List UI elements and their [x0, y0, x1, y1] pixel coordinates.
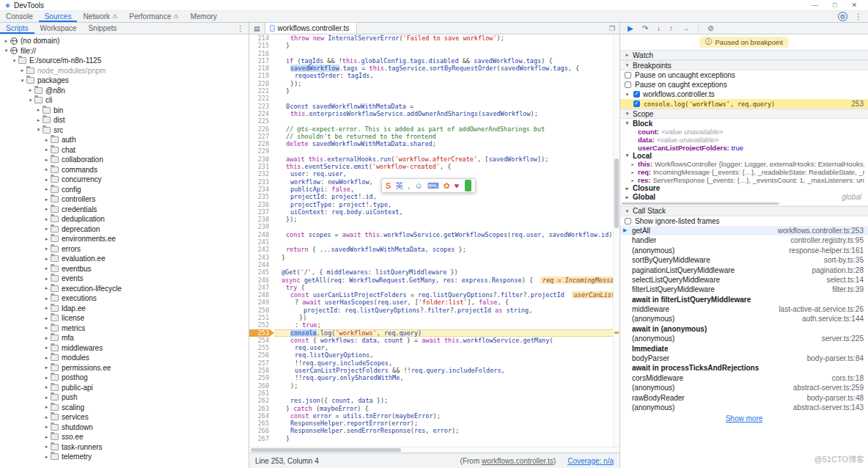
code-text[interactable]: [274, 390, 613, 397]
code-text[interactable]: // shouldn't be returned to the frontend: [274, 133, 613, 140]
line-number[interactable]: 267: [249, 435, 274, 442]
code-text[interactable]: [274, 147, 613, 155]
stack-frame[interactable]: (anonymous)abstract-server.ts:259: [620, 383, 868, 392]
chevron-right-icon[interactable]: ▸: [43, 226, 50, 232]
chevron-down-icon[interactable]: ▾: [35, 127, 42, 133]
tree-item[interactable]: ▸(no domain): [0, 36, 249, 46]
tree-item[interactable]: ▸collaboration: [0, 155, 249, 165]
line-number[interactable]: 240: [249, 231, 274, 238]
ime-expand-tab[interactable]: [465, 180, 471, 191]
tree-item[interactable]: ▾cli: [0, 95, 249, 106]
code-text[interactable]: // @ts-expect-error. This is added as pa…: [274, 125, 613, 133]
line-number[interactable]: 229: [249, 147, 274, 155]
step-button[interactable]: →: [682, 24, 689, 32]
tree-item[interactable]: ▸metrics: [0, 323, 249, 334]
tree-item[interactable]: ▸task-runners: [0, 442, 249, 453]
line-number[interactable]: 235: [249, 193, 274, 200]
tree-item[interactable]: ▸dist: [0, 115, 249, 125]
stack-frame[interactable]: (anonymous)server.ts:225: [620, 334, 868, 343]
tree-item[interactable]: ▾packages: [0, 76, 249, 86]
line-number[interactable]: 263: [249, 405, 274, 412]
scope-section-header[interactable]: ▾ Scope: [620, 109, 868, 119]
line-number[interactable]: 237: [249, 208, 274, 216]
tree-item[interactable]: ▸modules: [0, 353, 249, 363]
code-text[interactable]: });: [274, 80, 613, 87]
line-number[interactable]: 250: [249, 307, 274, 314]
stack-frame[interactable]: (anonymous)response-helper.ts:161: [620, 246, 868, 255]
step-out-button[interactable]: ↑: [669, 24, 673, 32]
stack-frame[interactable]: rawBodyReaderbody-parser.ts:48: [620, 392, 868, 402]
chevron-right-icon[interactable]: ▸: [43, 395, 50, 401]
code-text[interactable]: [274, 223, 613, 230]
chevron-right-icon[interactable]: ▸: [43, 186, 50, 192]
chevron-right-icon[interactable]: ▸: [43, 454, 50, 460]
chevron-right-icon[interactable]: ▸: [35, 117, 42, 123]
line-number[interactable]: 251: [249, 314, 274, 321]
tree-item[interactable]: ▸services: [0, 412, 249, 423]
code-text[interactable]: this.eventService.emit('workflow-created…: [274, 163, 613, 170]
code-text[interactable]: [274, 95, 613, 102]
code-text[interactable]: const userCanListProjectFolders = req.li…: [274, 291, 613, 299]
navigator-tab-workspace[interactable]: Workspace: [34, 23, 83, 34]
code-text[interactable]: const scopes = await this.workflowServic…: [274, 231, 613, 238]
code-text[interactable]: projectId: req.listQueryOptions?.filter?…: [274, 307, 613, 314]
code-text[interactable]: }: [274, 435, 613, 442]
toggle-navigator-icon[interactable]: ▤: [249, 23, 265, 34]
chevron-right-icon[interactable]: ▸: [43, 325, 50, 331]
scope-variable[interactable]: count:<value unavailable>: [620, 128, 868, 136]
chevron-right-icon[interactable]: ▸: [43, 157, 50, 163]
chevron-right-icon[interactable]: ▸: [43, 335, 50, 341]
chevron-right-icon[interactable]: ▸: [43, 197, 50, 202]
chevron-right-icon[interactable]: ▸: [43, 375, 50, 381]
stack-frame[interactable]: Immediate: [620, 343, 868, 353]
chevron-right-icon[interactable]: ▸: [43, 177, 50, 183]
line-number[interactable]: 241: [249, 238, 274, 246]
line-number[interactable]: 224: [249, 110, 274, 117]
minimize-button[interactable]: —: [812, 1, 818, 9]
tree-item[interactable]: ▸push: [0, 392, 249, 403]
line-number[interactable]: 216: [249, 50, 274, 57]
line-number[interactable]: 248: [249, 291, 274, 299]
chevron-right-icon[interactable]: ▸: [43, 216, 50, 222]
line-number[interactable]: 236: [249, 201, 274, 208]
checkbox[interactable]: [625, 81, 631, 88]
code-text[interactable]: );: [274, 382, 613, 390]
checkbox[interactable]: [625, 218, 631, 224]
stack-frame[interactable]: handlercontroller.registry.ts:95: [620, 235, 868, 245]
tree-item[interactable]: ▸concurrency: [0, 175, 249, 185]
line-number[interactable]: 254: [249, 337, 274, 344]
chevron-right-icon[interactable]: ▸: [43, 414, 50, 420]
code-text[interactable]: savedWorkflow.tags = this.tagService.sor…: [274, 65, 613, 72]
chevron-right-icon[interactable]: ▸: [43, 305, 50, 311]
maximize-button[interactable]: □: [833, 1, 836, 9]
line-number[interactable]: 259: [249, 374, 274, 381]
code-text[interactable]: !!req.query.includeScopes,: [274, 359, 613, 367]
tree-item[interactable]: ▸bin: [0, 106, 249, 116]
code-text[interactable]: userCanListProjectFolders && !!req.query…: [274, 367, 613, 374]
line-number[interactable]: 226: [249, 125, 274, 133]
line-number[interactable]: 234: [249, 186, 274, 193]
line-number[interactable]: 266: [249, 427, 274, 434]
show-ignore-listed-row[interactable]: Show ignore-listed frames: [620, 216, 868, 226]
tree-item[interactable]: ▸permissions.ee: [0, 363, 249, 373]
chevron-right-icon[interactable]: ▸: [43, 434, 50, 440]
breakpoints-section-header[interactable]: ▾ Breakpoints: [620, 60, 868, 70]
line-number[interactable]: 217: [249, 57, 274, 65]
line-number[interactable]: 262: [249, 397, 274, 404]
lang-mode-indicator[interactable]: 英: [395, 180, 403, 191]
checkbox[interactable]: [633, 91, 640, 98]
stack-frame[interactable]: bodyParserbody-parser.ts:84: [620, 354, 868, 363]
code-text[interactable]: [274, 117, 613, 125]
code-text[interactable]: 0const savedWorkflowWithMetaData =: [274, 103, 613, 110]
line-number[interactable]: 247: [249, 284, 274, 291]
tree-item[interactable]: ▸deprecation: [0, 224, 249, 235]
chevron-right-icon[interactable]: ▸: [19, 67, 26, 73]
tree-item[interactable]: ▸scaling: [0, 403, 249, 413]
line-number[interactable]: 225: [249, 117, 274, 125]
navigator-tab-scripts[interactable]: Scripts: [0, 23, 34, 34]
tree-item[interactable]: ▸public-api: [0, 383, 249, 393]
chevron-right-icon[interactable]: ▸: [43, 147, 50, 153]
checkbox[interactable]: [625, 72, 631, 78]
tree-item[interactable]: ▸config: [0, 185, 249, 195]
line-number[interactable]: 219: [249, 72, 274, 79]
